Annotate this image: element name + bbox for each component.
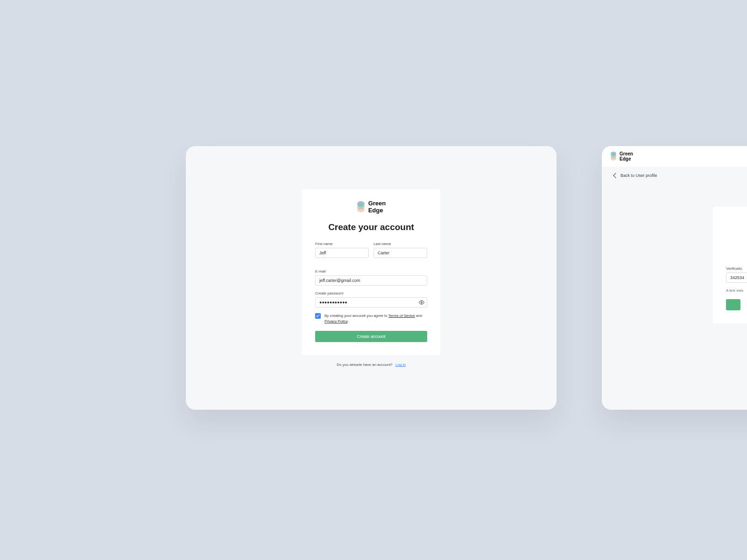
header-brand-logo: Green Edge: [610, 151, 633, 161]
consent-checkbox[interactable]: [315, 313, 321, 319]
terms-link[interactable]: Terms of Sevice: [388, 314, 415, 318]
header-brand-name: Green Edge: [620, 151, 633, 161]
privacy-link[interactable]: Privacy Policy: [324, 319, 347, 323]
code-field-group: Verificatio: [726, 266, 747, 283]
last-name-label: Last name: [374, 242, 427, 246]
login-prompt: Do you alreade have an account? Log in: [302, 363, 440, 367]
login-link[interactable]: Log in: [395, 363, 406, 367]
logo-mark-icon: [610, 152, 617, 161]
email-field-group: E-mail: [315, 269, 427, 286]
brand-name: Green Edge: [368, 200, 386, 214]
signup-card: Green Edge Create your account First nam…: [302, 189, 440, 356]
back-link-label: Back to User profile: [620, 173, 657, 178]
email-input[interactable]: [315, 275, 427, 286]
verification-code-input[interactable]: [726, 273, 747, 283]
logo-mark-icon: [357, 201, 365, 213]
brand-logo: Green Edge: [315, 200, 427, 214]
verification-card: Two-f Verificatio A text mes: [713, 207, 747, 323]
eye-icon[interactable]: [419, 300, 424, 305]
verification-screen: Green Edge Back to User profile Two-f Ve…: [602, 146, 747, 410]
svg-point-0: [421, 302, 423, 303]
last-name-input[interactable]: [374, 248, 427, 258]
back-link[interactable]: Back to User profile: [602, 167, 747, 178]
code-hint: A text mes: [726, 288, 747, 293]
consent-text: By creating your account you agree to Te…: [324, 313, 427, 324]
header-bar: Green Edge: [602, 146, 747, 167]
login-prompt-text: Do you alreade have an account?: [337, 363, 393, 367]
email-label: E-mail: [315, 269, 427, 273]
create-account-button[interactable]: Create account: [315, 331, 427, 342]
signup-title: Create your account: [315, 222, 427, 232]
password-input-wrap: [315, 297, 427, 308]
consent-row: By creating your account you agree to Te…: [315, 313, 427, 324]
name-row: First name Last name: [315, 242, 427, 264]
signup-column: Green Edge Create your account First nam…: [302, 189, 440, 367]
last-name-field-group: Last name: [374, 242, 427, 258]
password-label: Create password: [315, 291, 427, 295]
code-label: Verificatio: [726, 266, 747, 271]
chevron-left-icon: [613, 173, 618, 178]
signup-screen: Green Edge Create your account First nam…: [186, 146, 557, 410]
first-name-input[interactable]: [315, 248, 369, 258]
two-factor-heading: Two-f: [726, 244, 747, 249]
password-input[interactable]: [315, 297, 427, 308]
first-name-field-group: First name: [315, 242, 369, 258]
first-name-label: First name: [315, 242, 369, 246]
verify-button[interactable]: [726, 299, 740, 310]
password-field-group: Create password: [315, 291, 427, 308]
